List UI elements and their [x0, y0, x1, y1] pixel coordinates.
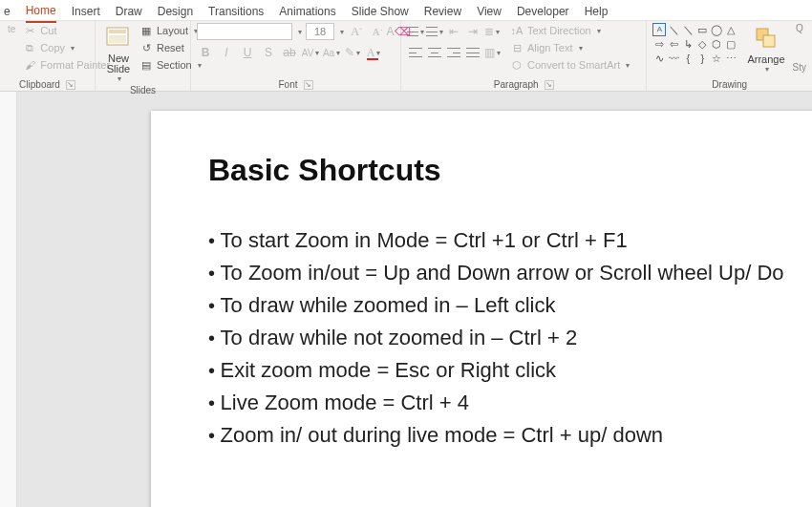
list-item[interactable]: Live Zoom mode = Ctrl + 4 [208, 387, 784, 419]
shape-arrowl-icon[interactable]: ⇦ [667, 37, 680, 51]
shape-line2-icon[interactable]: ＼ [681, 23, 694, 36]
arrange-button[interactable]: Arrange ▾ [743, 23, 788, 75]
chevron-down-icon: ▾ [626, 61, 630, 70]
shape-textbox-icon[interactable]: A [652, 23, 666, 36]
text-direction-button[interactable]: ↕A Text Direction ▾ [508, 23, 631, 38]
list-item[interactable]: Zoom in/ out during live mode = Ctrl + u… [208, 419, 784, 452]
text-direction-label: Text Direction [527, 25, 591, 36]
bullets-button[interactable]: ▾ [407, 23, 424, 40]
section-label: Section [157, 59, 192, 71]
layout-label: Layout [157, 25, 188, 36]
increase-font-button[interactable]: Aˆ [348, 23, 365, 40]
group-drawing-label: Drawing [712, 79, 747, 90]
decrease-font-button[interactable]: Aˇ [369, 23, 386, 40]
new-slide-button[interactable]: NewSlide ▾ [101, 23, 136, 85]
shape-more-icon[interactable]: ⋯ [724, 52, 737, 65]
shape-line-icon[interactable]: ＼ [667, 23, 680, 36]
tab-design[interactable]: Design [158, 3, 193, 22]
svg-rect-4 [763, 35, 775, 47]
tab-transitions[interactable]: Transitions [208, 3, 264, 22]
slide-bullets[interactable]: To start Zoom in Mode = Ctrl +1 or Ctrl … [208, 224, 784, 452]
tab-home[interactable]: Home [26, 2, 56, 23]
slide-title[interactable]: Basic Shortcuts [208, 153, 784, 188]
tab-animations[interactable]: Animations [279, 3, 335, 22]
bold-button[interactable]: B [197, 44, 214, 61]
list-item[interactable]: To draw while not zoomed in – Ctrl + 2 [208, 322, 784, 354]
reset-label: Reset [157, 42, 184, 53]
list-item[interactable]: To start Zoom in Mode = Ctrl +1 or Ctrl … [208, 224, 784, 257]
font-size-input[interactable]: 18 [306, 23, 334, 40]
shape-roundrect-icon[interactable]: ▢ [724, 37, 737, 51]
shape-connector-icon[interactable]: ↳ [681, 37, 694, 51]
tab-developer[interactable]: Developer [517, 3, 569, 22]
font-dialog-launcher[interactable]: ↘ [304, 80, 313, 90]
quick-styles-cut[interactable]: Q [796, 23, 803, 33]
brush-icon: 🖌 [23, 58, 36, 72]
ribbon: te ✂ Cut ⧉ Copy ▾ 🖌 Format Painter Cli [0, 21, 812, 92]
chevron-down-icon[interactable]: ▾ [340, 28, 344, 36]
shape-brace2-icon[interactable]: } [695, 52, 709, 65]
list-item[interactable]: To draw while zoomed in – Left click [208, 289, 784, 322]
convert-smartart-button[interactable]: ⬡ Convert to SmartArt ▾ [508, 57, 631, 73]
section-icon: ▤ [139, 58, 153, 72]
shape-triangle-icon[interactable]: △ [724, 23, 737, 36]
chevron-down-icon: ▾ [579, 44, 583, 53]
clipboard-dialog-launcher[interactable]: ↘ [66, 80, 75, 90]
decrease-indent-button[interactable]: ⇤ [445, 23, 462, 40]
arrange-icon [753, 25, 780, 52]
shape-hex-icon[interactable]: ⬡ [710, 37, 723, 51]
shape-arrowr-icon[interactable]: ⇨ [652, 37, 666, 51]
chevron-down-icon: ▾ [765, 65, 769, 74]
shape-diamond-icon[interactable]: ◇ [695, 37, 709, 51]
shape-oval-icon[interactable]: ◯ [710, 23, 723, 36]
shape-star-icon[interactable]: ☆ [710, 52, 723, 65]
tab-insert[interactable]: Insert [72, 3, 100, 22]
copy-label: Copy [40, 42, 65, 53]
align-right-button[interactable] [445, 44, 462, 61]
paragraph-dialog-launcher[interactable]: ↘ [545, 80, 554, 90]
tab-file-cut[interactable]: e [4, 3, 11, 22]
tab-view[interactable]: View [477, 3, 502, 22]
underline-button[interactable]: U [239, 44, 256, 61]
slide[interactable]: Basic Shortcuts To start Zoom in Mode = … [151, 111, 812, 507]
paste-button[interactable]: te [6, 23, 17, 35]
increase-indent-button[interactable]: ⇥ [464, 23, 481, 40]
svg-rect-1 [109, 30, 126, 33]
font-color-button[interactable]: A▾ [365, 44, 382, 61]
numbering-button[interactable]: ▾ [426, 23, 443, 40]
arrange-label: Arrange [747, 53, 784, 65]
strike-button[interactable]: ab [281, 44, 298, 61]
columns-button[interactable]: ▥▾ [483, 44, 501, 61]
font-name-input[interactable] [197, 23, 292, 40]
slide-thumbnails-pane[interactable] [0, 92, 17, 507]
line-spacing-button[interactable]: ≣▾ [483, 23, 501, 40]
change-case-button[interactable]: Aa▾ [323, 44, 340, 61]
shapes-gallery[interactable]: A ＼ ＼ ▭ ◯ △ ⇨ ⇦ ↳ ◇ ⬡ ▢ ∿ 〰 { } ☆ ⋯ [652, 23, 737, 65]
group-font-label: Font [278, 79, 297, 90]
shape-rect-icon[interactable]: ▭ [695, 23, 709, 36]
tab-draw[interactable]: Draw [116, 3, 142, 22]
convert-smartart-label: Convert to SmartArt [527, 59, 620, 71]
tab-help[interactable]: Help [585, 3, 609, 22]
shape-curve-icon[interactable]: ∿ [652, 52, 666, 65]
justify-button[interactable] [464, 44, 481, 61]
char-spacing-button[interactable]: AV▾ [302, 44, 319, 61]
align-text-button[interactable]: ⊟ Align Text ▾ [508, 40, 631, 55]
align-center-button[interactable] [426, 44, 443, 61]
highlight-button[interactable]: ✎▾ [344, 44, 361, 61]
group-font: ▾ 18 ▾ Aˆ Aˇ A⌫ B I U S ab AV▾ Aa▾ ✎▾ A▾… [191, 21, 401, 91]
list-item[interactable]: Exit zoom mode = Esc or Right click [208, 354, 784, 387]
tab-review[interactable]: Review [424, 3, 461, 22]
italic-button[interactable]: I [218, 44, 235, 61]
align-left-button[interactable] [407, 44, 424, 61]
group-slides-label: Slides [130, 85, 156, 95]
shape-brace-icon[interactable]: { [681, 52, 694, 65]
chevron-down-icon: ▾ [71, 44, 75, 53]
tab-slideshow[interactable]: Slide Show [352, 3, 409, 22]
shadow-button[interactable]: S [260, 44, 277, 61]
chevron-down-icon[interactable]: ▾ [298, 28, 302, 36]
shape-scribble-icon[interactable]: 〰 [667, 52, 680, 65]
ribbon-tabs: e Home Insert Draw Design Transitions An… [0, 0, 812, 21]
slide-canvas[interactable]: Basic Shortcuts To start Zoom in Mode = … [17, 92, 812, 507]
list-item[interactable]: To Zoom in/out = Up and Down arrow or Sc… [208, 257, 784, 289]
